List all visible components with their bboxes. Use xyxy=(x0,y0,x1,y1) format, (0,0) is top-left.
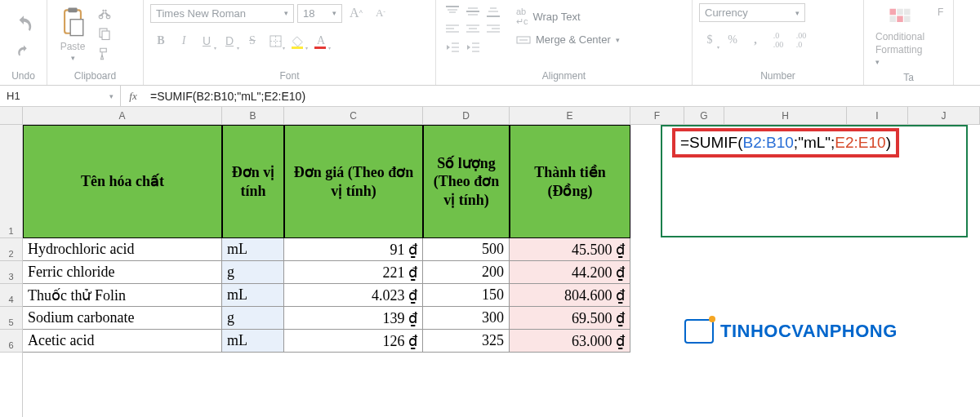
alignment-group: ab↵c Wrap Text Merge & Center ▾ Alignmen… xyxy=(436,0,693,85)
data-cell[interactable]: 804.600 ₫ xyxy=(510,284,630,307)
header-cell[interactable]: Đơn giá (Theo đơn vị tính) xyxy=(284,125,423,238)
data-cell[interactable]: mL xyxy=(222,284,284,307)
align-center-button[interactable] xyxy=(463,21,483,38)
data-cell[interactable]: 150 xyxy=(423,284,510,307)
increase-indent-button[interactable] xyxy=(463,39,483,55)
col-header-D[interactable]: D xyxy=(423,107,510,124)
merge-center-button[interactable]: Merge & Center ▾ xyxy=(516,33,620,46)
data-cell[interactable]: 200 xyxy=(423,261,510,284)
data-cell[interactable]: mL xyxy=(222,330,284,353)
col-header-G[interactable]: G xyxy=(684,107,724,124)
percent-button[interactable]: % xyxy=(722,30,743,50)
currency-button[interactable]: $▾ xyxy=(699,30,720,50)
decrease-decimal-button[interactable]: .00.0 xyxy=(791,30,812,50)
data-cell[interactable]: Sodium carbonate xyxy=(23,307,222,330)
comma-button[interactable]: , xyxy=(745,30,766,50)
header-cell[interactable]: Thành tiền (Đồng) xyxy=(510,125,630,238)
data-cell[interactable]: Ferric chloride xyxy=(23,261,222,284)
conditional-formatting-button[interactable]: Conditional Formatting ▾ xyxy=(871,3,929,70)
paste-label: Paste xyxy=(60,41,86,52)
formula-input[interactable]: =SUMIF(B2:B10;"mL";E2:E10) xyxy=(145,90,980,103)
font-name-select[interactable]: Times New Roman▾ xyxy=(150,4,294,23)
svg-rect-37 xyxy=(897,9,903,16)
data-cell[interactable]: Thuốc thử Folin xyxy=(23,284,222,307)
data-cell[interactable]: 300 xyxy=(423,307,510,330)
font-size-select[interactable]: 18▾ xyxy=(297,4,342,23)
data-cell[interactable]: 44.200 ₫ xyxy=(510,261,630,284)
row-header-3[interactable]: 3 xyxy=(0,261,22,284)
data-cell[interactable]: 63.000 ₫ xyxy=(510,330,630,353)
format-table-button[interactable]: F xyxy=(933,3,948,21)
data-cell[interactable]: 126 ₫ xyxy=(284,330,423,353)
strikethrough-button[interactable]: S xyxy=(242,31,263,51)
svg-rect-39 xyxy=(890,16,897,23)
row-header-6[interactable]: 6 xyxy=(0,330,22,353)
svg-rect-6 xyxy=(102,31,109,40)
row-headers: 123456 xyxy=(0,107,23,417)
align-left-button[interactable] xyxy=(443,21,462,38)
underline-button[interactable]: U▾ xyxy=(196,31,217,51)
number-group-label: Number xyxy=(699,69,857,85)
data-cell[interactable]: 500 xyxy=(423,238,510,261)
align-top-button[interactable] xyxy=(443,3,462,20)
data-cell[interactable]: 69.500 ₫ xyxy=(510,307,630,330)
row-header-5[interactable]: 5 xyxy=(0,307,22,330)
row-header-4[interactable]: 4 xyxy=(0,284,22,307)
svg-rect-2 xyxy=(70,20,83,36)
fx-icon[interactable]: fx xyxy=(121,90,145,103)
fill-color-button[interactable]: ▾ xyxy=(287,31,309,51)
data-cell[interactable]: mL xyxy=(222,238,284,261)
redo-button[interactable] xyxy=(14,42,33,61)
col-header-C[interactable]: C xyxy=(284,107,423,124)
cut-button[interactable] xyxy=(95,3,114,23)
number-format-select[interactable]: Currency▾ xyxy=(699,3,805,22)
row-header-2[interactable]: 2 xyxy=(0,238,22,261)
data-cell[interactable]: Hydrochloric acid xyxy=(23,238,222,261)
italic-button[interactable]: I xyxy=(173,31,194,51)
align-right-button[interactable] xyxy=(483,21,503,38)
data-cell[interactable]: 91 ₫ xyxy=(284,238,423,261)
copy-button[interactable] xyxy=(95,24,114,43)
name-box[interactable]: H1▾ xyxy=(0,86,121,106)
row-header-1[interactable]: 1 xyxy=(0,125,22,238)
data-cell[interactable]: 4.023 ₫ xyxy=(284,284,423,307)
header-cell[interactable]: Số lượng (Theo đơn vị tính) xyxy=(423,125,510,238)
increase-font-button[interactable]: A^ xyxy=(345,3,367,23)
data-cell[interactable]: 45.500 ₫ xyxy=(510,238,630,261)
header-cell[interactable]: Tên hóa chất xyxy=(23,125,222,238)
col-header-F[interactable]: F xyxy=(630,107,684,124)
data-cell[interactable]: 139 ₫ xyxy=(284,307,423,330)
svg-rect-1 xyxy=(68,8,77,13)
col-header-A[interactable]: A xyxy=(23,107,222,124)
undo-button[interactable] xyxy=(8,11,39,38)
col-header-E[interactable]: E xyxy=(510,107,630,124)
align-bottom-button[interactable] xyxy=(483,3,503,20)
decrease-font-button[interactable]: Aˇ xyxy=(370,3,391,23)
select-all-corner[interactable] xyxy=(0,107,22,125)
chevron-down-icon: ▾ xyxy=(71,54,75,62)
grid-area[interactable]: ABCDEFGHIJ Tên hóa chấtĐơn vị tínhĐơn gi… xyxy=(23,107,980,417)
col-header-B[interactable]: B xyxy=(222,107,284,124)
bold-button[interactable]: B xyxy=(150,31,172,51)
paste-button[interactable]: Paste ▾ xyxy=(54,3,91,65)
data-cell[interactable]: 325 xyxy=(423,330,510,353)
data-cell[interactable]: 221 ₫ xyxy=(284,261,423,284)
data-cell[interactable]: g xyxy=(222,307,284,330)
col-header-H[interactable]: H xyxy=(724,107,847,124)
data-cell[interactable]: g xyxy=(222,261,284,284)
increase-decimal-button[interactable]: .0.00 xyxy=(768,30,789,50)
col-header-J[interactable]: J xyxy=(908,107,980,124)
format-painter-button[interactable] xyxy=(95,44,114,64)
header-cell[interactable]: Đơn vị tính xyxy=(222,125,284,238)
double-underline-button[interactable]: D▾ xyxy=(219,31,240,51)
svg-rect-36 xyxy=(890,9,897,16)
font-color-button[interactable]: A▾ xyxy=(310,31,332,51)
data-cell[interactable]: Acetic acid xyxy=(23,330,222,353)
align-middle-button[interactable] xyxy=(463,3,483,20)
col-header-I[interactable]: I xyxy=(847,107,908,124)
wrap-text-button[interactable]: ab↵c Wrap Text xyxy=(516,7,620,27)
decrease-indent-button[interactable] xyxy=(443,39,462,55)
spreadsheet: 123456 ABCDEFGHIJ Tên hóa chấtĐơn vị tín… xyxy=(0,107,980,417)
number-group: Currency▾ $▾ % , .0.00 .00.0 Number xyxy=(693,0,864,85)
borders-button[interactable]: ▾ xyxy=(265,31,286,51)
